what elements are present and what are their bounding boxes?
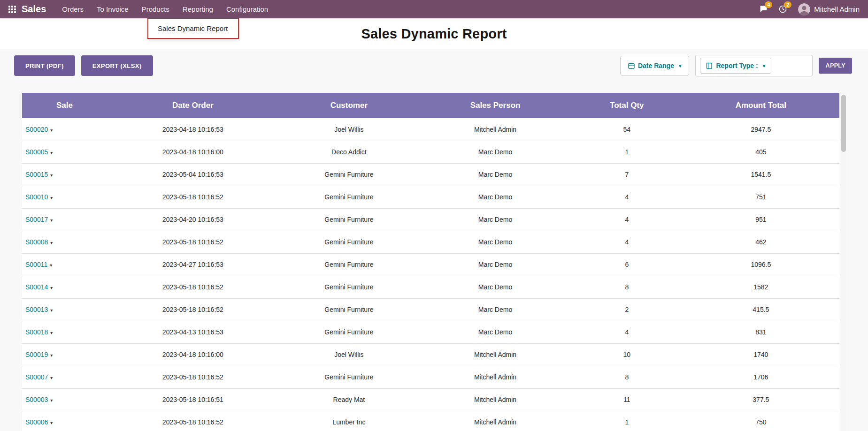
cell-amount-total: 1096.5 xyxy=(683,253,839,276)
cell-customer: Joel Willis xyxy=(279,343,419,366)
activities-badge: 2 xyxy=(784,1,791,8)
activities-button[interactable]: 2 xyxy=(779,5,787,13)
cell-amount-total: 377.5 xyxy=(683,388,839,411)
cell-customer: Gemini Furniture xyxy=(279,186,419,208)
table-row: S00015▾2023-05-04 10:16:53Gemini Furnitu… xyxy=(22,163,839,186)
cell-customer: Gemini Furniture xyxy=(279,208,419,231)
cell-sale: S00010▾ xyxy=(22,186,107,208)
sale-order-link[interactable]: S00013 xyxy=(25,306,48,313)
sale-order-link[interactable]: S00007 xyxy=(25,373,48,381)
cell-date-order: 2023-05-04 10:16:53 xyxy=(107,163,279,186)
report-table: Sale Date Order Customer Sales Person To… xyxy=(22,93,839,431)
apps-grid-icon xyxy=(8,6,16,13)
caret-down-icon: ▾ xyxy=(763,63,766,68)
cell-sale: S00007▾ xyxy=(22,366,107,388)
top-navbar: Sales Orders To Invoice Products Reporti… xyxy=(0,0,868,18)
column-header-total-qty: Total Qty xyxy=(571,93,683,118)
apply-button[interactable]: APPLY xyxy=(819,58,852,74)
cell-sales-person: Mitchell Admin xyxy=(419,411,571,431)
date-range-dropdown-button[interactable]: Date Range ▾ xyxy=(620,56,690,76)
sale-order-link[interactable]: S00014 xyxy=(25,283,48,291)
table-row: S00003▾2023-05-18 10:16:51Ready MatMitch… xyxy=(22,388,839,411)
caret-down-icon[interactable]: ▾ xyxy=(50,218,53,223)
page-title: Sales Dynamic Report xyxy=(361,26,507,42)
scrollbar-thumb[interactable] xyxy=(841,95,846,152)
print-pdf-button[interactable]: PRINT (PDF) xyxy=(14,55,75,76)
cell-customer: Ready Mat xyxy=(279,388,419,411)
caret-down-icon[interactable]: ▾ xyxy=(50,420,53,425)
cell-total-qty: 10 xyxy=(571,343,683,366)
report-table-body: S00020▾2023-04-18 10:16:53Joel WillisMit… xyxy=(22,118,839,431)
cell-total-qty: 2 xyxy=(571,298,683,321)
apps-menu-button[interactable] xyxy=(5,3,20,16)
cell-sales-person: Marc Demo xyxy=(419,298,571,321)
caret-down-icon[interactable]: ▾ xyxy=(50,240,53,245)
sale-order-link[interactable]: S00015 xyxy=(25,171,48,178)
sale-order-link[interactable]: S00008 xyxy=(25,238,48,246)
caret-down-icon[interactable]: ▾ xyxy=(50,398,53,403)
caret-down-icon[interactable]: ▾ xyxy=(50,353,53,358)
sale-order-link[interactable]: S00017 xyxy=(25,216,48,223)
caret-down-icon[interactable]: ▾ xyxy=(50,285,53,290)
table-row: S00008▾2023-05-18 10:16:52Gemini Furnitu… xyxy=(22,231,839,253)
sale-order-link[interactable]: S00006 xyxy=(25,418,48,426)
cell-amount-total: 462 xyxy=(683,231,839,253)
nav-item-orders[interactable]: Orders xyxy=(55,0,90,18)
caret-down-icon[interactable]: ▾ xyxy=(50,308,53,313)
nav-item-reporting[interactable]: Reporting xyxy=(176,0,220,18)
user-avatar xyxy=(798,3,810,15)
caret-down-icon[interactable]: ▾ xyxy=(50,195,53,200)
nav-item-to-invoice[interactable]: To Invoice xyxy=(90,0,135,18)
nav-item-configuration[interactable]: Configuration xyxy=(220,0,275,18)
cell-customer: Lumber Inc xyxy=(279,411,419,431)
caret-down-icon: ▾ xyxy=(679,63,682,68)
navbar-left: Sales Orders To Invoice Products Reporti… xyxy=(5,0,275,18)
column-header-sales-person: Sales Person xyxy=(419,93,571,118)
caret-down-icon[interactable]: ▾ xyxy=(50,128,53,133)
export-xlsx-button[interactable]: EXPORT (XLSX) xyxy=(81,55,153,76)
report-type-label: Report Type : xyxy=(716,62,758,69)
toolbar-filters: Date Range ▾ Report Type : ▾ APPLY xyxy=(620,55,852,76)
cell-sale: S00020▾ xyxy=(22,118,107,141)
table-row: S00014▾2023-05-18 10:16:52Gemini Furnitu… xyxy=(22,276,839,298)
cell-sales-person: Marc Demo xyxy=(419,231,571,253)
app-brand[interactable]: Sales xyxy=(22,4,46,15)
cell-sale: S00011▾ xyxy=(22,253,107,276)
cell-sales-person: Marc Demo xyxy=(419,208,571,231)
report-type-dropdown-button[interactable]: Report Type : ▾ xyxy=(700,58,771,74)
cell-amount-total: 2947.5 xyxy=(683,118,839,141)
menu-item-sales-dynamic-report[interactable]: Sales Dynamic Report xyxy=(148,19,238,38)
table-row: S00018▾2023-04-13 10:16:53Gemini Furnitu… xyxy=(22,321,839,343)
nav-item-products[interactable]: Products xyxy=(135,0,176,18)
cell-sales-person: Marc Demo xyxy=(419,141,571,163)
column-header-customer: Customer xyxy=(279,93,419,118)
table-row: S00019▾2023-04-18 10:16:00Joel WillisMit… xyxy=(22,343,839,366)
reporting-dropdown-menu: Sales Dynamic Report xyxy=(148,18,238,38)
sale-order-link[interactable]: S00010 xyxy=(25,193,48,201)
cell-customer: Joel Willis xyxy=(279,118,419,141)
cell-sale: S00005▾ xyxy=(22,141,107,163)
sale-order-link[interactable]: S00020 xyxy=(25,126,48,133)
cell-customer: Gemini Furniture xyxy=(279,298,419,321)
messages-button[interactable]: 4 xyxy=(760,5,768,13)
sale-order-link[interactable]: S00019 xyxy=(25,351,48,358)
cell-date-order: 2023-05-18 10:16:52 xyxy=(107,276,279,298)
sale-order-link[interactable]: S00003 xyxy=(25,396,48,403)
sale-order-link[interactable]: S00011 xyxy=(25,261,47,268)
sale-order-link[interactable]: S00005 xyxy=(25,148,48,156)
caret-down-icon[interactable]: ▾ xyxy=(50,375,53,380)
table-row: S00005▾2023-04-18 10:16:00Deco AddictMar… xyxy=(22,141,839,163)
cell-total-qty: 4 xyxy=(571,186,683,208)
cell-date-order: 2023-05-18 10:16:52 xyxy=(107,186,279,208)
cell-amount-total: 750 xyxy=(683,411,839,431)
caret-down-icon[interactable]: ▾ xyxy=(50,173,53,178)
cell-amount-total: 1582 xyxy=(683,276,839,298)
caret-down-icon[interactable]: ▾ xyxy=(50,150,53,155)
caret-down-icon[interactable]: ▾ xyxy=(50,263,52,268)
cell-customer: Gemini Furniture xyxy=(279,366,419,388)
table-scrollbar[interactable] xyxy=(840,93,846,431)
cell-total-qty: 1 xyxy=(571,141,683,163)
sale-order-link[interactable]: S00018 xyxy=(25,328,48,336)
user-menu[interactable]: Mitchell Admin xyxy=(798,3,860,15)
caret-down-icon[interactable]: ▾ xyxy=(50,330,53,335)
